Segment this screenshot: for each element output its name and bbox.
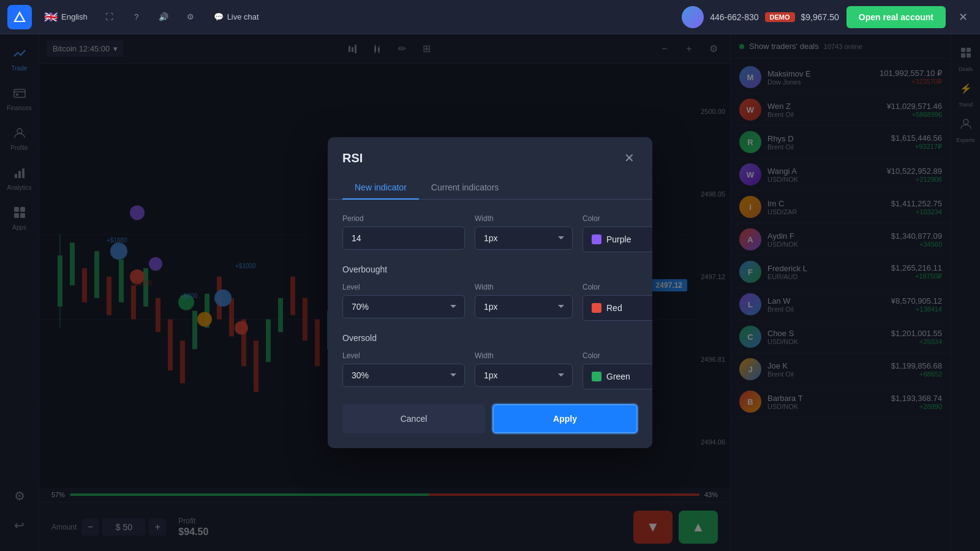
width-label: Width [475,214,573,223]
oversold-row: Level 30% 20% Width 1px 2px [342,351,638,389]
tab-current-indicators[interactable]: Current indicators [419,176,511,200]
user-id: 446-662-830 [710,12,758,22]
settings-icon[interactable]: ⚙ [181,7,200,27]
top-bar: 🇬🇧 English ⛶ ? 🔊 ⚙ 💬 Live chat 446-662-8… [0,0,980,34]
oversold-level-label: Level [342,351,465,360]
apply-button[interactable]: Apply [492,404,638,433]
app-logo [7,5,32,29]
period-row: Period Width 1px 2px 3px Color Purple [342,214,638,252]
oversold-width-group: Width 1px 2px [475,351,573,387]
oversold-level-group: Level 30% 20% [342,351,465,387]
color-group: Color Purple ▾ [582,214,652,252]
language-selector[interactable]: 🇬🇧 English [39,8,92,26]
overbought-row: Level 70% 80% Width 1px 2px [342,283,638,321]
live-chat-button[interactable]: 💬 Live chat [208,10,265,24]
sound-icon[interactable]: 🔊 [154,7,173,27]
overbought-color-selector[interactable]: Red ▾ [582,295,652,321]
oversold-color-dot [592,372,601,381]
user-info: 446-662-830 DEMO $9,967.50 [682,6,839,28]
modal-tabs: New indicator Current indicators [328,176,652,200]
modal-overlay: RSI ✕ New indicator Current indicators P… [0,34,980,551]
overbought-color-text: Red [606,303,652,313]
modal-footer: Cancel Apply [328,404,652,448]
oversold-color-text: Green [606,372,652,381]
fullscreen-icon[interactable]: ⛶ [100,7,119,27]
color-selector[interactable]: Purple ▾ [582,227,652,252]
overbought-color-label: Color [582,283,652,291]
oversold-color-selector[interactable]: Green ▾ [582,364,652,389]
oversold-color-label: Color [582,351,652,360]
overbought-color-dot [592,303,601,313]
close-top-button[interactable]: ✕ [953,7,973,27]
width-group: Width 1px 2px 3px [475,214,573,250]
period-group: Period [342,214,465,250]
color-label: Color [582,214,652,223]
chat-icon: 💬 [214,12,224,21]
overbought-section: Overbought Level 70% 80% Width 1px 2px [342,264,638,321]
overbought-level-select[interactable]: 70% 80% [342,295,465,318]
color-dot [592,234,601,244]
width-select[interactable]: 1px 2px 3px [475,227,573,250]
oversold-color-group: Color Green ▾ [582,351,652,389]
overbought-width-select[interactable]: 1px 2px [475,295,573,318]
period-label: Period [342,214,465,223]
oversold-level-select[interactable]: 30% 20% [342,364,465,387]
rsi-modal: RSI ✕ New indicator Current indicators P… [328,137,652,448]
overbought-level-group: Level 70% 80% [342,283,465,318]
avatar [682,6,704,28]
modal-body: Period Width 1px 2px 3px Color Purple [328,200,652,404]
tab-new-indicator[interactable]: New indicator [342,176,419,200]
color-select-text: Purple [606,234,652,244]
overbought-level-label: Level [342,283,465,291]
live-chat-label: Live chat [227,12,259,21]
open-account-button[interactable]: Open real account [846,6,946,28]
demo-badge: DEMO [765,12,795,22]
overbought-width-group: Width 1px 2px [475,283,573,318]
oversold-title: Oversold [342,333,638,343]
oversold-width-select[interactable]: 1px 2px [475,364,573,387]
oversold-width-label: Width [475,351,573,360]
overbought-color-group: Color Red ▾ [582,283,652,321]
language-label: English [61,12,88,21]
flag-icon: 🇬🇧 [44,10,58,24]
modal-header: RSI ✕ [328,137,652,176]
overbought-title: Overbought [342,264,638,274]
overbought-width-label: Width [475,283,573,291]
balance: $9,967.50 [801,12,839,22]
modal-title: RSI [342,151,363,165]
modal-close-button[interactable]: ✕ [620,149,638,167]
cancel-button[interactable]: Cancel [342,404,485,433]
oversold-section: Oversold Level 30% 20% Width 1px 2px [342,333,638,389]
period-input[interactable] [342,227,465,250]
help-icon[interactable]: ? [127,7,146,27]
